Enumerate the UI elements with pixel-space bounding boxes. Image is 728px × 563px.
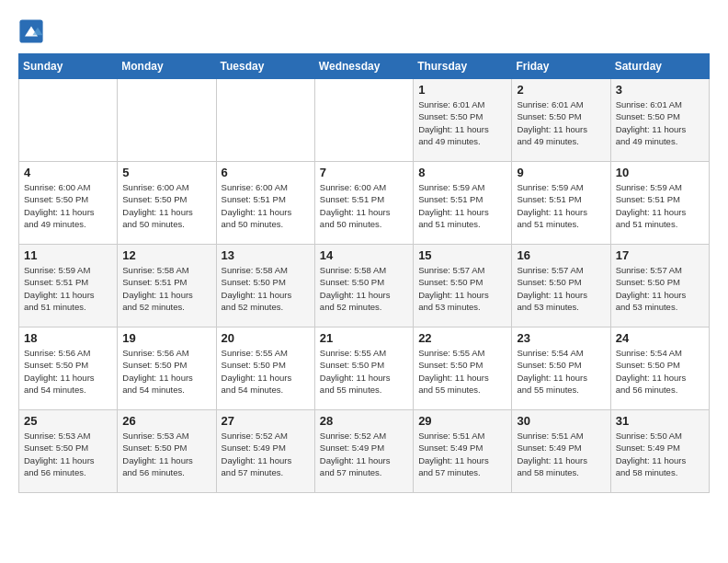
weekday-header-sunday: Sunday [19, 54, 118, 79]
day-number: 8 [418, 166, 506, 179]
day-info: Sunrise: 5:54 AMSunset: 5:50 PMDaylight:… [616, 347, 704, 396]
calendar-header: SundayMondayTuesdayWednesdayThursdayFrid… [19, 54, 710, 79]
calendar-cell: 6Sunrise: 6:00 AMSunset: 5:51 PMDaylight… [216, 162, 314, 245]
day-info: Sunrise: 6:01 AMSunset: 5:50 PMDaylight:… [616, 98, 704, 147]
day-number: 4 [24, 166, 112, 179]
calendar-cell: 24Sunrise: 5:54 AMSunset: 5:50 PMDayligh… [610, 327, 709, 410]
calendar-cell: 28Sunrise: 5:52 AMSunset: 5:49 PMDayligh… [314, 410, 413, 493]
day-info: Sunrise: 5:55 AMSunset: 5:50 PMDaylight:… [222, 347, 310, 396]
day-number: 27 [222, 414, 310, 428]
day-info: Sunrise: 5:59 AMSunset: 5:51 PMDaylight:… [418, 181, 506, 230]
calendar-cell [314, 79, 413, 162]
day-info: Sunrise: 6:00 AMSunset: 5:50 PMDaylight:… [24, 181, 112, 230]
calendar-cell: 3Sunrise: 6:01 AMSunset: 5:50 PMDaylight… [610, 79, 709, 162]
day-number: 17 [616, 248, 704, 262]
calendar-cell [118, 79, 216, 162]
day-info: Sunrise: 5:51 AMSunset: 5:49 PMDaylight:… [517, 430, 605, 478]
calendar-cell: 17Sunrise: 5:57 AMSunset: 5:50 PMDayligh… [610, 245, 709, 327]
day-info: Sunrise: 5:58 AMSunset: 5:50 PMDaylight:… [222, 264, 310, 313]
calendar-cell: 30Sunrise: 5:51 AMSunset: 5:49 PMDayligh… [512, 410, 610, 493]
calendar-cell: 26Sunrise: 5:53 AMSunset: 5:50 PMDayligh… [118, 410, 216, 493]
day-number: 29 [418, 414, 506, 428]
weekday-header-row: SundayMondayTuesdayWednesdayThursdayFrid… [19, 54, 710, 79]
calendar-cell: 13Sunrise: 5:58 AMSunset: 5:50 PMDayligh… [216, 245, 314, 327]
weekday-header-tuesday: Tuesday [216, 54, 314, 79]
calendar-cell: 29Sunrise: 5:51 AMSunset: 5:49 PMDayligh… [414, 410, 512, 493]
calendar-cell [216, 79, 314, 162]
day-number: 20 [222, 331, 310, 345]
calendar-cell: 10Sunrise: 5:59 AMSunset: 5:51 PMDayligh… [610, 162, 709, 245]
day-info: Sunrise: 5:57 AMSunset: 5:50 PMDaylight:… [418, 264, 506, 313]
day-info: Sunrise: 6:00 AMSunset: 5:51 PMDaylight:… [222, 181, 310, 230]
calendar-cell: 7Sunrise: 6:00 AMSunset: 5:51 PMDaylight… [314, 162, 413, 245]
calendar-cell: 22Sunrise: 5:55 AMSunset: 5:50 PMDayligh… [414, 327, 512, 410]
day-info: Sunrise: 5:52 AMSunset: 5:49 PMDaylight:… [222, 430, 310, 478]
day-number: 2 [517, 83, 605, 97]
calendar-cell: 1Sunrise: 6:01 AMSunset: 5:50 PMDaylight… [414, 79, 512, 162]
day-info: Sunrise: 5:59 AMSunset: 5:51 PMDaylight:… [24, 264, 112, 313]
calendar-week-5: 25Sunrise: 5:53 AMSunset: 5:50 PMDayligh… [19, 410, 710, 493]
day-info: Sunrise: 5:53 AMSunset: 5:50 PMDaylight:… [122, 430, 210, 478]
day-number: 7 [320, 166, 408, 179]
day-info: Sunrise: 5:52 AMSunset: 5:49 PMDaylight:… [320, 430, 408, 478]
logo-icon [18, 18, 44, 44]
day-number: 14 [320, 248, 408, 262]
day-number: 5 [122, 166, 210, 179]
day-info: Sunrise: 5:53 AMSunset: 5:50 PMDaylight:… [24, 430, 112, 478]
day-number: 18 [24, 331, 112, 345]
page-header [18, 18, 710, 44]
calendar-cell: 18Sunrise: 5:56 AMSunset: 5:50 PMDayligh… [19, 327, 118, 410]
calendar-cell: 31Sunrise: 5:50 AMSunset: 5:49 PMDayligh… [610, 410, 709, 493]
day-number: 21 [320, 331, 408, 345]
calendar-cell: 4Sunrise: 6:00 AMSunset: 5:50 PMDaylight… [19, 162, 118, 245]
calendar-cell: 20Sunrise: 5:55 AMSunset: 5:50 PMDayligh… [216, 327, 314, 410]
weekday-header-saturday: Saturday [610, 54, 709, 79]
logo [18, 18, 48, 44]
weekday-header-friday: Friday [512, 54, 610, 79]
calendar-table: SundayMondayTuesdayWednesdayThursdayFrid… [18, 53, 710, 493]
day-info: Sunrise: 5:56 AMSunset: 5:50 PMDaylight:… [24, 347, 112, 396]
day-info: Sunrise: 5:56 AMSunset: 5:50 PMDaylight:… [122, 347, 210, 396]
day-info: Sunrise: 5:57 AMSunset: 5:50 PMDaylight:… [517, 264, 605, 313]
calendar-week-1: 1Sunrise: 6:01 AMSunset: 5:50 PMDaylight… [19, 79, 710, 162]
calendar-cell: 14Sunrise: 5:58 AMSunset: 5:50 PMDayligh… [314, 245, 413, 327]
day-info: Sunrise: 5:59 AMSunset: 5:51 PMDaylight:… [517, 181, 605, 230]
calendar-cell: 5Sunrise: 6:00 AMSunset: 5:50 PMDaylight… [118, 162, 216, 245]
day-number: 23 [517, 331, 605, 345]
day-info: Sunrise: 6:01 AMSunset: 5:50 PMDaylight:… [418, 98, 506, 147]
day-number: 26 [122, 414, 210, 428]
day-number: 15 [418, 248, 506, 262]
day-info: Sunrise: 5:51 AMSunset: 5:49 PMDaylight:… [418, 430, 506, 478]
day-info: Sunrise: 6:01 AMSunset: 5:50 PMDaylight:… [517, 98, 605, 147]
calendar-cell: 8Sunrise: 5:59 AMSunset: 5:51 PMDaylight… [414, 162, 512, 245]
calendar-week-2: 4Sunrise: 6:00 AMSunset: 5:50 PMDaylight… [19, 162, 710, 245]
calendar-cell: 21Sunrise: 5:55 AMSunset: 5:50 PMDayligh… [314, 327, 413, 410]
calendar-week-4: 18Sunrise: 5:56 AMSunset: 5:50 PMDayligh… [19, 327, 710, 410]
day-info: Sunrise: 5:54 AMSunset: 5:50 PMDaylight:… [517, 347, 605, 396]
day-number: 6 [222, 166, 310, 179]
calendar-body: 1Sunrise: 6:01 AMSunset: 5:50 PMDaylight… [19, 79, 710, 493]
day-number: 25 [24, 414, 112, 428]
calendar-cell: 23Sunrise: 5:54 AMSunset: 5:50 PMDayligh… [512, 327, 610, 410]
calendar-cell: 11Sunrise: 5:59 AMSunset: 5:51 PMDayligh… [19, 245, 118, 327]
calendar-cell [19, 79, 118, 162]
day-number: 11 [24, 248, 112, 262]
day-number: 19 [122, 331, 210, 345]
day-info: Sunrise: 5:57 AMSunset: 5:50 PMDaylight:… [616, 264, 704, 313]
day-number: 24 [616, 331, 704, 345]
day-info: Sunrise: 5:58 AMSunset: 5:51 PMDaylight:… [122, 264, 210, 313]
day-number: 10 [616, 166, 704, 179]
day-info: Sunrise: 5:58 AMSunset: 5:50 PMDaylight:… [320, 264, 408, 313]
day-number: 31 [616, 414, 704, 428]
day-number: 1 [418, 83, 506, 97]
day-info: Sunrise: 5:50 AMSunset: 5:49 PMDaylight:… [616, 430, 704, 478]
calendar-cell: 15Sunrise: 5:57 AMSunset: 5:50 PMDayligh… [414, 245, 512, 327]
calendar-cell: 25Sunrise: 5:53 AMSunset: 5:50 PMDayligh… [19, 410, 118, 493]
calendar-cell: 2Sunrise: 6:01 AMSunset: 5:50 PMDaylight… [512, 79, 610, 162]
day-number: 28 [320, 414, 408, 428]
day-number: 9 [517, 166, 605, 179]
calendar-week-3: 11Sunrise: 5:59 AMSunset: 5:51 PMDayligh… [19, 245, 710, 327]
calendar-cell: 9Sunrise: 5:59 AMSunset: 5:51 PMDaylight… [512, 162, 610, 245]
day-info: Sunrise: 6:00 AMSunset: 5:51 PMDaylight:… [320, 181, 408, 230]
day-info: Sunrise: 5:55 AMSunset: 5:50 PMDaylight:… [320, 347, 408, 396]
